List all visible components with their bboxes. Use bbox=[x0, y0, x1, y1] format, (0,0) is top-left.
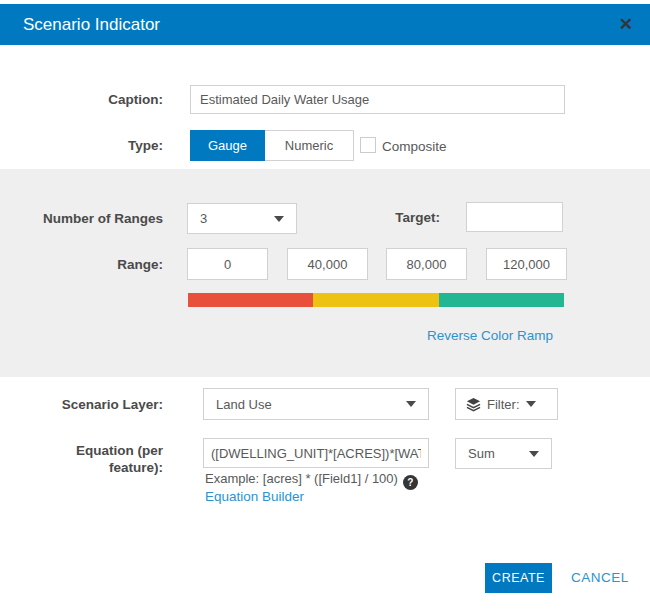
type-numeric-button[interactable]: Numeric bbox=[265, 130, 354, 161]
number-of-ranges-value: 3 bbox=[200, 211, 274, 226]
cancel-link[interactable]: CANCEL bbox=[571, 570, 629, 585]
filter-button[interactable]: Filter: bbox=[455, 388, 558, 420]
scenario-layer-dropdown[interactable]: Land Use bbox=[203, 388, 429, 420]
equation-input[interactable] bbox=[203, 438, 429, 468]
range-input-3[interactable] bbox=[386, 248, 467, 280]
range-input-4[interactable] bbox=[486, 248, 567, 280]
filter-label: Filter: bbox=[487, 397, 520, 412]
scenario-layer-label: Scenario Layer: bbox=[0, 397, 163, 413]
target-input[interactable] bbox=[466, 202, 563, 232]
composite-checkbox[interactable] bbox=[360, 137, 376, 153]
number-of-ranges-label: Number of Ranges bbox=[0, 211, 163, 227]
type-label: Type: bbox=[0, 138, 163, 154]
type-gauge-button[interactable]: Gauge bbox=[190, 130, 265, 161]
color-ramp bbox=[188, 293, 564, 307]
help-icon[interactable]: ? bbox=[403, 475, 418, 490]
layers-icon bbox=[466, 397, 481, 412]
chevron-down-icon bbox=[406, 401, 416, 407]
color-ramp-segment-yellow bbox=[313, 293, 438, 307]
range-label: Range: bbox=[0, 257, 163, 273]
aggregation-value: Sum bbox=[468, 446, 529, 461]
create-button[interactable]: CREATE bbox=[485, 563, 552, 593]
caption-input[interactable] bbox=[190, 85, 565, 114]
chevron-down-icon bbox=[529, 451, 539, 457]
equation-builder-link[interactable]: Equation Builder bbox=[205, 489, 304, 504]
dialog-header: Scenario Indicator ✕ bbox=[0, 4, 650, 45]
chevron-down-icon bbox=[274, 216, 284, 222]
aggregation-dropdown[interactable]: Sum bbox=[455, 438, 552, 469]
type-segmented-control: Gauge Numeric bbox=[190, 130, 354, 161]
composite-label: Composite bbox=[382, 139, 447, 154]
scenario-layer-value: Land Use bbox=[216, 397, 406, 412]
close-icon[interactable]: ✕ bbox=[619, 16, 633, 33]
reverse-color-ramp-link[interactable]: Reverse Color Ramp bbox=[427, 328, 553, 343]
color-ramp-segment-red bbox=[188, 293, 313, 307]
chevron-down-icon bbox=[526, 401, 536, 407]
color-ramp-segment-green bbox=[439, 293, 564, 307]
equation-example: Example: [acres] * ([Field1] / 100)? bbox=[205, 471, 418, 490]
range-input-1[interactable] bbox=[187, 248, 268, 280]
target-label: Target: bbox=[330, 210, 440, 226]
scenario-indicator-dialog: Scenario Indicator ✕ Caption: Type: Gaug… bbox=[0, 0, 650, 612]
caption-label: Caption: bbox=[0, 92, 163, 108]
equation-label: Equation (per feature): bbox=[0, 442, 163, 476]
number-of-ranges-dropdown[interactable]: 3 bbox=[187, 203, 297, 234]
range-input-2[interactable] bbox=[287, 248, 368, 280]
dialog-title: Scenario Indicator bbox=[23, 15, 619, 35]
